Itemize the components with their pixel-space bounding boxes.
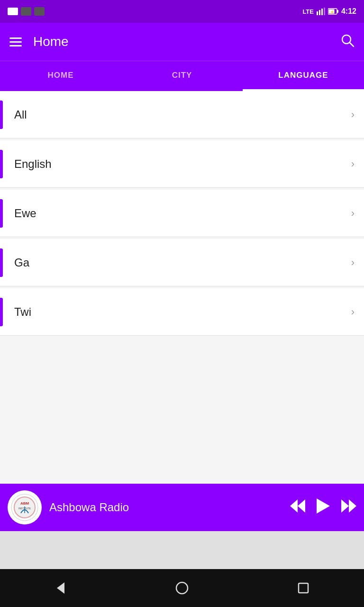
status-time: 4:12 [341,7,356,16]
chevron-right-icon: › [351,257,355,269]
player-station-name: Ashbowa Radio [49,501,282,514]
svg-rect-3 [324,8,325,15]
list-item-twi[interactable]: Twi › [0,288,364,336]
play-button[interactable] [317,498,330,517]
svg-marker-15 [298,499,305,513]
back-button[interactable] [46,574,75,602]
nav-bar [0,569,364,607]
tab-bar: HOME CITY LANGUAGE [0,61,364,91]
recent-apps-button[interactable] [289,574,318,602]
list-item-ewe[interactable]: Ewe › [0,190,364,237]
app-icon-3 [34,7,45,16]
list-item-label: Ga [14,256,351,269]
lte-icon: LTE [302,8,314,15]
hamburger-menu-button[interactable] [9,37,22,46]
svg-rect-5 [337,10,338,13]
chevron-right-icon: › [351,306,355,318]
svg-marker-20 [57,582,64,594]
svg-text:ABM: ABM [20,501,29,506]
player-bar: ABM INSTITUTE Ashbowa Radio [0,484,364,531]
player-controls [290,498,356,517]
language-list: All › English › Ewe › Ga › Twi › [0,91,364,484]
list-item-label: All [14,108,351,121]
rewind-button[interactable] [290,499,305,516]
svg-marker-17 [317,498,330,514]
app-icon-1 [8,8,18,15]
gray-area [0,531,364,569]
svg-rect-22 [299,583,308,593]
tab-city[interactable]: CITY [121,61,243,91]
accent-bar [0,199,3,228]
svg-line-9 [350,43,354,46]
list-item-all[interactable]: All › [0,91,364,138]
app-icon-2 [21,7,31,16]
signal-icon [317,8,325,15]
svg-marker-18 [341,499,349,513]
forward-button[interactable] [341,499,356,516]
svg-point-21 [176,582,188,594]
chevron-right-icon: › [351,207,355,220]
list-item-label: Twi [14,305,351,319]
home-button[interactable] [168,574,196,602]
chevron-right-icon: › [351,158,355,170]
list-item-ga[interactable]: Ga › [0,239,364,286]
player-logo: ABM INSTITUTE [8,490,42,524]
accent-bar [0,248,3,277]
accent-bar [0,101,3,129]
accent-bar [0,298,3,326]
tab-language[interactable]: LANGUAGE [243,61,364,91]
accent-bar [0,150,3,178]
svg-rect-0 [317,11,318,15]
battery-icon: ⚡ [328,8,338,15]
chevron-right-icon: › [351,109,355,121]
status-left-icons [8,7,45,16]
status-right-icons: LTE ⚡ 4:12 [302,7,356,16]
svg-rect-1 [319,10,320,15]
tab-home[interactable]: HOME [0,61,121,91]
search-button[interactable] [340,33,355,51]
list-item-label: Ewe [14,207,351,220]
app-bar: Home [0,23,364,61]
svg-text:⚡: ⚡ [330,9,335,14]
list-item-label: English [14,157,351,171]
svg-rect-2 [321,9,323,15]
svg-marker-16 [290,499,298,513]
status-bar: LTE ⚡ 4:12 [0,0,364,23]
svg-marker-19 [349,499,356,513]
app-title: Home [33,34,329,49]
list-item-english[interactable]: English › [0,140,364,188]
